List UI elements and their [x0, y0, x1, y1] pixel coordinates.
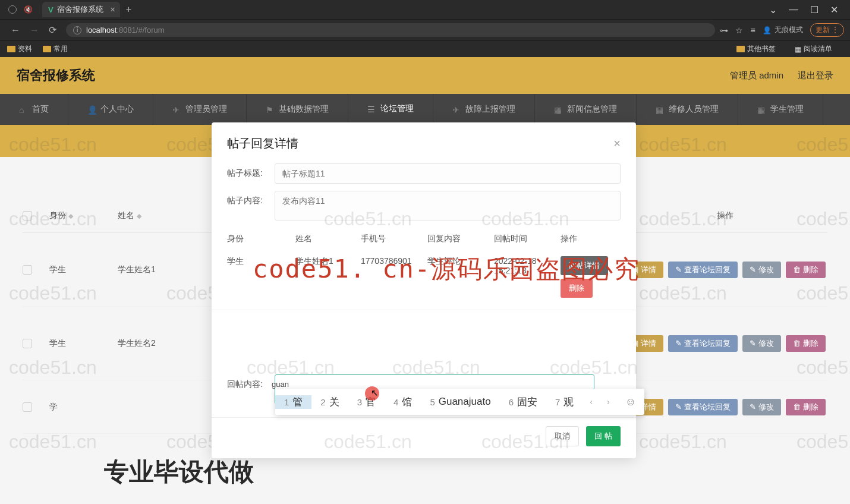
- row-checkbox[interactable]: [23, 339, 32, 348]
- list-icon: ▦: [795, 45, 801, 53]
- nav-home[interactable]: ⌂首页: [0, 94, 68, 125]
- sort-icon: ◆: [137, 212, 141, 219]
- nav-news[interactable]: ▦新闻信息管理: [535, 94, 637, 125]
- address-bar: ← → ⟳ i localhost:8081/#/forum ⊶ ☆ ≡ 👤无痕…: [0, 19, 850, 40]
- bookmark-folder[interactable]: 资料: [7, 44, 32, 54]
- ime-candidate[interactable]: 2关: [311, 395, 348, 409]
- view-replies-button[interactable]: ✎ 查看论坛回复: [668, 262, 738, 278]
- browser-status-icon: [8, 5, 17, 14]
- ime-candidate[interactable]: 7观: [546, 395, 583, 409]
- reload-button[interactable]: ⟳: [49, 24, 56, 36]
- nav-profile[interactable]: 👤个人中心: [68, 94, 153, 125]
- cell-identity: 学: [49, 402, 118, 412]
- bookmark-star-icon[interactable]: ☆: [735, 26, 743, 35]
- plane-icon: ✈: [172, 105, 181, 114]
- row-checkbox[interactable]: [23, 265, 32, 275]
- cell-identity: 学生: [49, 264, 118, 275]
- delete-button[interactable]: 🗑 删除: [786, 335, 826, 352]
- cell-identity: 学生: [49, 338, 118, 349]
- row-checkbox[interactable]: [23, 402, 32, 412]
- reply-table-header: 身份 姓名 手机号 回复内容 回帖时间 操作: [227, 228, 621, 250]
- ime-candidate[interactable]: 5Guanajuato: [421, 396, 499, 408]
- ime-candidate[interactable]: 4馆: [385, 395, 421, 409]
- col-name[interactable]: 姓名◆: [118, 210, 196, 221]
- post-title-input[interactable]: [275, 163, 621, 184]
- nav-forum[interactable]: ☰论坛管理: [348, 94, 433, 125]
- edit-button[interactable]: ✎ 修改: [742, 399, 781, 415]
- submit-reply-button[interactable]: 回 帖: [586, 426, 621, 446]
- incognito-icon: 👤: [763, 26, 772, 34]
- window-minimize-icon[interactable]: ―: [789, 4, 798, 15]
- edit-button[interactable]: ✎ 修改: [742, 262, 781, 278]
- modal-close-button[interactable]: ×: [613, 137, 621, 150]
- window-close-icon[interactable]: ✕: [830, 4, 838, 15]
- window-dropdown-icon[interactable]: ⌄: [769, 4, 777, 15]
- folder-icon: [43, 46, 51, 52]
- ime-emoji-button[interactable]: ☺: [617, 396, 644, 408]
- other-bookmarks[interactable]: 其他书签: [736, 44, 776, 54]
- delete-button[interactable]: 🗑 删除: [786, 262, 826, 278]
- divider: [212, 310, 636, 310]
- watermark-overlay-red: code51. cn-源码乐园盗图必究: [253, 253, 640, 286]
- cancel-button[interactable]: 取消: [546, 426, 579, 446]
- col-identity[interactable]: 身份◆: [49, 210, 118, 221]
- url-path: /#/forum: [136, 26, 165, 34]
- url-input[interactable]: i localhost:8081/#/forum: [66, 23, 715, 37]
- cell-name: 学生姓名1: [118, 264, 196, 275]
- ime-prev-page[interactable]: ‹: [583, 397, 600, 407]
- news-icon: ▦: [554, 105, 562, 114]
- watermark: code51.cn: [639, 431, 727, 453]
- ime-candidate-bar[interactable]: 1管 2关 3官 4馆 5Guanajuato 6固安 7观 ‹ › ☺: [275, 389, 644, 415]
- delete-button[interactable]: 🗑 删除: [786, 399, 826, 415]
- user-icon: 👤: [87, 105, 96, 114]
- extension-icon[interactable]: ≡: [750, 26, 755, 35]
- browser-tab[interactable]: V 宿舍报修系统 ×: [42, 2, 120, 17]
- post-content-input[interactable]: [275, 191, 621, 220]
- reading-list[interactable]: ▦阅读清单: [795, 44, 832, 54]
- window-maximize-icon[interactable]: ☐: [810, 4, 818, 15]
- app-header: 宿舍报修系统 管理员 admin 退出登录: [0, 57, 850, 94]
- logout-link[interactable]: 退出登录: [798, 70, 833, 81]
- sound-icon[interactable]: 🔇: [24, 5, 33, 14]
- current-user[interactable]: 管理员 admin: [730, 70, 783, 81]
- label-post-content: 帖子内容:: [227, 191, 275, 206]
- view-replies-button[interactable]: ✎ 查看论坛回复: [668, 335, 738, 352]
- close-tab-icon[interactable]: ×: [110, 5, 115, 14]
- cursor-icon: ↖: [371, 388, 379, 398]
- url-port: :8081: [117, 26, 136, 34]
- sort-icon: ◆: [68, 212, 73, 219]
- ime-composition-text: guan: [272, 380, 289, 389]
- label-post-title: 帖子标题:: [227, 163, 275, 179]
- nav-repairers[interactable]: ▦维修人员管理: [637, 94, 738, 125]
- nav-faults[interactable]: ✈故障上报管理: [433, 94, 535, 125]
- new-tab-button[interactable]: +: [126, 4, 131, 15]
- ime-candidate[interactable]: 6固安: [500, 395, 546, 409]
- nav-basedata[interactable]: ⚑基础数据管理: [247, 94, 348, 125]
- cell-name: 学生姓名2: [118, 338, 196, 349]
- site-info-icon[interactable]: i: [73, 26, 81, 34]
- view-replies-button[interactable]: ✎ 查看论坛回复: [668, 399, 738, 415]
- back-button[interactable]: ←: [11, 25, 20, 36]
- folder-icon: [736, 46, 745, 52]
- update-button[interactable]: 更新 ⋮: [810, 23, 844, 37]
- ime-candidate[interactable]: 1管: [275, 395, 311, 409]
- tab-title: 宿舍报修系统: [57, 4, 103, 15]
- flag-icon: ⚑: [266, 105, 274, 114]
- folder-icon: [7, 46, 15, 52]
- label-reply-content: 回帖内容:: [227, 374, 275, 390]
- bookmark-folder[interactable]: 常用: [43, 44, 68, 54]
- watermark: code51.cn: [797, 431, 850, 453]
- select-all-checkbox[interactable]: [23, 211, 32, 220]
- watermark: code51.cn: [9, 431, 97, 453]
- ime-next-page[interactable]: ›: [600, 397, 617, 407]
- modal-title: 帖子回复详情: [227, 136, 298, 152]
- forward-button[interactable]: →: [30, 25, 39, 36]
- key-icon[interactable]: ⊶: [720, 26, 728, 35]
- nav-students[interactable]: ▦学生管理: [738, 94, 823, 125]
- nav-admin[interactable]: ✈管理员管理: [153, 94, 247, 125]
- incognito-badge: 👤无痕模式: [763, 25, 803, 35]
- edit-button[interactable]: ✎ 修改: [742, 335, 781, 352]
- nav-menu: ⌂首页 👤个人中心 ✈管理员管理 ⚑基础数据管理 ☰论坛管理 ✈故障上报管理 ▦…: [0, 94, 850, 125]
- plane-icon: ✈: [452, 105, 461, 114]
- news-icon: ▦: [656, 105, 664, 114]
